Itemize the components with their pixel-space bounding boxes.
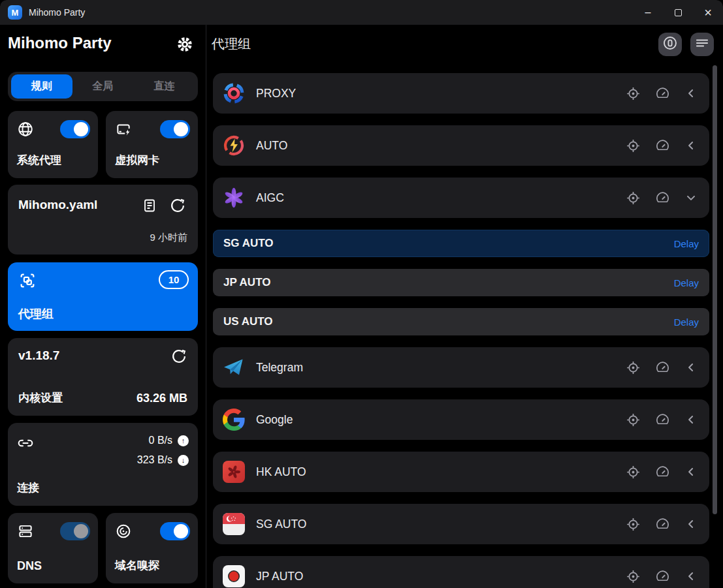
proxy-node-name: US AUTO: [223, 315, 674, 328]
sniff-icon: [115, 523, 132, 542]
locate-icon[interactable]: [626, 517, 641, 532]
virtual-nic-icon: [115, 121, 132, 140]
delay-test-icon[interactable]: [655, 191, 670, 206]
maximize-button[interactable]: [663, 0, 693, 25]
upload-rate: 0 B/s: [149, 435, 172, 446]
delay-test-icon[interactable]: [655, 86, 670, 101]
proxy-groups-list: PROXYAUTOAIGCSG AUTODelayJP AUTODelayUS …: [213, 73, 709, 588]
layout-toggle-button[interactable]: [690, 33, 714, 56]
connections-card[interactable]: 0 B/s↑ 323 B/s↓ 连接: [8, 423, 198, 506]
proxy-node-name: JP AUTO: [223, 276, 674, 289]
core-settings-label: 内核设置: [18, 390, 63, 405]
tab-rule[interactable]: 规则: [11, 74, 72, 99]
locate-icon[interactable]: [626, 191, 641, 206]
tun-card[interactable]: 虚拟网卡: [106, 111, 198, 178]
jp-flag-icon: [222, 565, 246, 588]
close-button[interactable]: ×: [693, 0, 723, 25]
app-logo-icon: M: [8, 5, 22, 20]
proxy-group-row[interactable]: Telegram: [213, 347, 709, 388]
sidebar-item-proxy-groups[interactable]: 10 代理组: [8, 262, 198, 331]
maximize-icon: [675, 9, 682, 16]
chevron-left-icon[interactable]: [684, 518, 698, 531]
hk-flag-icon: [222, 460, 246, 484]
auto-logo: [222, 134, 246, 157]
chevron-left-icon[interactable]: [684, 413, 698, 426]
proxy-group-row[interactable]: SG AUTO: [213, 504, 709, 544]
sniff-label: 域名嗅探: [115, 558, 159, 573]
locate-icon[interactable]: [626, 465, 641, 480]
tun-toggle[interactable]: [160, 120, 190, 138]
profile-updated-time: 9 小时前: [150, 232, 187, 244]
locate-icon[interactable]: [626, 569, 641, 584]
delay-test-link[interactable]: Delay: [674, 317, 699, 328]
proxy-node-row[interactable]: SG AUTODelay: [213, 230, 709, 257]
google-logo: [222, 408, 246, 431]
minimize-button[interactable]: –: [633, 0, 663, 25]
app-window: M Mihomo Party – × Mihomo Party 规则 全局 直连…: [0, 0, 723, 588]
delay-zero-button[interactable]: [658, 33, 682, 56]
vertical-scrollbar[interactable]: [713, 65, 717, 514]
system-proxy-toggle[interactable]: [60, 120, 90, 138]
locate-icon[interactable]: [626, 138, 641, 153]
chevron-left-icon[interactable]: [684, 87, 698, 100]
settings-gear-icon[interactable]: [176, 35, 194, 54]
openai-logo: [222, 186, 246, 209]
delay-test-link[interactable]: Delay: [674, 277, 699, 288]
proxy-group-icon: [18, 271, 37, 292]
sniff-toggle[interactable]: [160, 522, 190, 540]
chevron-left-icon[interactable]: [684, 570, 698, 583]
profile-refresh-icon[interactable]: [169, 197, 186, 217]
proxy-node-row[interactable]: JP AUTODelay: [213, 269, 709, 296]
page-title: 代理组: [212, 35, 251, 53]
proxy-group-row[interactable]: HK AUTO: [213, 452, 709, 492]
proxy-group-row[interactable]: Google: [213, 399, 709, 440]
sg-flag-icon: [222, 512, 246, 536]
delay-test-icon[interactable]: [655, 569, 670, 584]
delay-test-icon[interactable]: [655, 465, 670, 480]
proxy-group-name: Telegram: [256, 361, 626, 375]
locate-icon[interactable]: [626, 86, 641, 101]
globe-icon: [17, 121, 34, 140]
proxy-groups-panel: 代理组 PROXYAUTOAIGCSG AUTODelayJP AUTODela…: [206, 25, 723, 588]
chevron-down-icon[interactable]: [684, 191, 698, 204]
delay-test-icon[interactable]: [655, 138, 670, 153]
proxy-group-name: AIGC: [256, 191, 626, 205]
proxy-group-name: HK AUTO: [256, 465, 626, 479]
proxy-group-row[interactable]: AUTO: [213, 125, 709, 166]
profile-document-icon[interactable]: [142, 198, 157, 216]
system-proxy-label: 系统代理: [17, 153, 61, 168]
sniff-card[interactable]: 域名嗅探: [106, 513, 198, 583]
proxy-group-row[interactable]: AIGC: [213, 178, 709, 218]
telegram-logo: [222, 356, 246, 379]
core-memory-usage: 63.26 MB: [137, 392, 187, 405]
dns-card[interactable]: DNS: [8, 513, 98, 583]
core-restart-icon[interactable]: [170, 348, 187, 367]
profile-name: Mihomo.yaml: [18, 198, 97, 212]
list-lines-icon: [694, 35, 710, 54]
tab-global[interactable]: 全局: [72, 74, 134, 99]
system-proxy-card[interactable]: 系统代理: [8, 111, 98, 178]
tab-direct[interactable]: 直连: [133, 74, 195, 99]
chevron-left-icon[interactable]: [684, 361, 698, 374]
profile-card[interactable]: Mihomo.yaml 9 小时前: [8, 185, 198, 255]
locate-icon[interactable]: [626, 360, 641, 375]
proxy-node-row[interactable]: US AUTODelay: [213, 308, 709, 335]
traffic-rates: 0 B/s↑ 323 B/s↓: [137, 432, 189, 471]
chevron-left-icon[interactable]: [684, 465, 698, 478]
delay-test-link[interactable]: Delay: [674, 238, 699, 249]
core-settings-card[interactable]: v1.18.7 内核设置 63.26 MB: [8, 338, 198, 416]
sidebar: Mihomo Party 规则 全局 直连 系统代理 虚拟网卡 M: [0, 25, 206, 588]
locate-icon[interactable]: [626, 412, 641, 427]
delay-test-icon[interactable]: [655, 412, 670, 427]
proxy-group-row[interactable]: PROXY: [213, 73, 709, 114]
proxy-group-row[interactable]: JP AUTO: [213, 556, 709, 588]
titlebar: M Mihomo Party – ×: [0, 0, 723, 25]
core-version: v1.18.7: [18, 348, 59, 363]
proxy-group-name: SG AUTO: [256, 518, 626, 531]
delay-test-icon[interactable]: [655, 360, 670, 375]
link-icon: [17, 435, 34, 454]
dns-toggle[interactable]: [60, 522, 90, 540]
proxy-group-name: JP AUTO: [256, 570, 626, 583]
delay-test-icon[interactable]: [655, 517, 670, 532]
chevron-left-icon[interactable]: [684, 139, 698, 152]
